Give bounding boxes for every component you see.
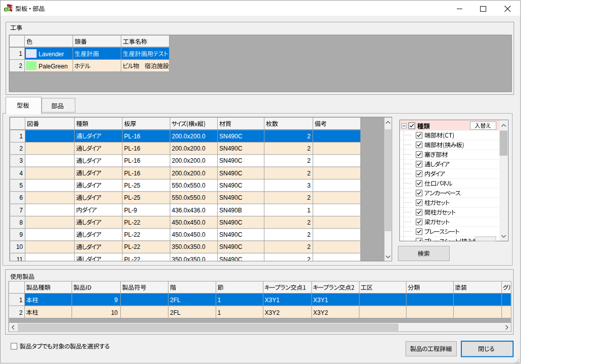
svg-text:2FL: 2FL bbox=[170, 297, 181, 304]
svg-text:200.0x200.0: 200.0x200.0 bbox=[172, 157, 206, 164]
svg-text:SN490C: SN490C bbox=[219, 243, 243, 250]
svg-text:2: 2 bbox=[307, 145, 311, 152]
svg-text:2: 2 bbox=[307, 170, 311, 177]
svg-text:200.0x200.0: 200.0x200.0 bbox=[172, 145, 206, 152]
svg-text:1: 1 bbox=[19, 133, 23, 140]
svg-text:3: 3 bbox=[19, 157, 23, 164]
svg-text:3: 3 bbox=[307, 182, 311, 189]
svg-text:SN490C: SN490C bbox=[219, 133, 243, 140]
svg-text:10: 10 bbox=[16, 243, 23, 250]
svg-text:4: 4 bbox=[19, 170, 23, 177]
svg-text:2: 2 bbox=[19, 62, 22, 69]
svg-text:7: 7 bbox=[19, 207, 23, 214]
svg-text:6: 6 bbox=[19, 194, 23, 201]
svg-text:10: 10 bbox=[111, 309, 118, 316]
svg-text:450.0x450.0: 450.0x450.0 bbox=[172, 219, 206, 226]
svg-text:X3Y1: X3Y1 bbox=[313, 297, 328, 304]
svg-text:2: 2 bbox=[307, 231, 311, 238]
svg-text:550.0x550.0: 550.0x550.0 bbox=[172, 194, 206, 201]
svg-text:PL-22: PL-22 bbox=[124, 243, 141, 250]
svg-text:PL-22: PL-22 bbox=[124, 219, 141, 226]
svg-text:550.0x550.0: 550.0x550.0 bbox=[172, 182, 206, 189]
svg-text:X3Y1: X3Y1 bbox=[265, 297, 280, 304]
svg-text:200.0x200.0: 200.0x200.0 bbox=[172, 133, 206, 140]
svg-text:PL-25: PL-25 bbox=[124, 194, 141, 201]
svg-text:1: 1 bbox=[218, 297, 221, 304]
svg-text:PL-22: PL-22 bbox=[124, 231, 141, 238]
svg-text:SN490C: SN490C bbox=[219, 145, 243, 152]
svg-text:2: 2 bbox=[307, 133, 311, 140]
svg-text:X3Y2: X3Y2 bbox=[313, 309, 328, 316]
svg-text:SN490B: SN490B bbox=[219, 207, 242, 214]
svg-text:PL-16: PL-16 bbox=[124, 157, 141, 164]
svg-text:Lavender: Lavender bbox=[39, 51, 64, 58]
svg-text:2: 2 bbox=[307, 194, 311, 201]
svg-text:2FL: 2FL bbox=[170, 309, 181, 316]
svg-text:PL-16: PL-16 bbox=[124, 145, 141, 152]
svg-text:PaleGreen: PaleGreen bbox=[39, 63, 67, 70]
svg-text:450.0x450.0: 450.0x450.0 bbox=[172, 231, 206, 238]
svg-text:2: 2 bbox=[307, 157, 311, 164]
svg-text:SN490C: SN490C bbox=[219, 170, 243, 177]
svg-text:PL-25: PL-25 bbox=[124, 182, 141, 189]
svg-text:8: 8 bbox=[19, 219, 23, 226]
svg-text:PL-16: PL-16 bbox=[124, 170, 141, 177]
svg-text:SN490C: SN490C bbox=[219, 194, 243, 201]
svg-text:1: 1 bbox=[19, 50, 22, 57]
svg-text:PL-9: PL-9 bbox=[124, 207, 138, 214]
svg-text:SN490C: SN490C bbox=[219, 157, 243, 164]
svg-text:2: 2 bbox=[307, 219, 311, 226]
svg-text:2: 2 bbox=[19, 145, 23, 152]
svg-text:9: 9 bbox=[19, 231, 23, 238]
svg-text:SN490C: SN490C bbox=[219, 231, 243, 238]
svg-text:436.0x436.0: 436.0x436.0 bbox=[172, 207, 206, 214]
svg-text:X3Y2: X3Y2 bbox=[265, 309, 280, 316]
svg-text:SN490C: SN490C bbox=[219, 219, 243, 226]
svg-text:2: 2 bbox=[19, 309, 23, 316]
svg-text:1: 1 bbox=[19, 297, 23, 304]
svg-text:1: 1 bbox=[307, 207, 311, 214]
svg-text:200.0x200.0: 200.0x200.0 bbox=[172, 170, 206, 177]
svg-text:SN490C: SN490C bbox=[219, 182, 243, 189]
svg-text:5: 5 bbox=[19, 182, 23, 189]
svg-text:PL-16: PL-16 bbox=[124, 133, 141, 140]
svg-text:350.0x350.0: 350.0x350.0 bbox=[172, 243, 206, 250]
svg-text:1: 1 bbox=[218, 309, 221, 316]
svg-text:2: 2 bbox=[307, 243, 311, 250]
svg-text:9: 9 bbox=[114, 297, 118, 304]
